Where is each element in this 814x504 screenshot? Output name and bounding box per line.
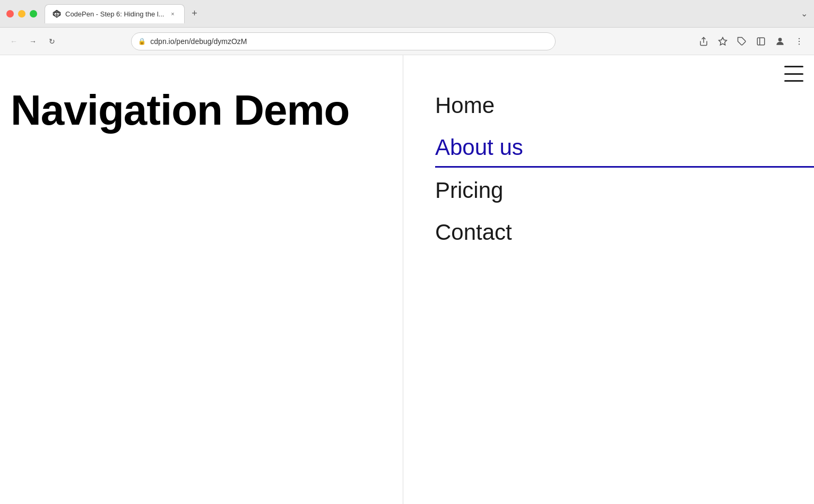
tab-title: CodePen - Step 6: Hiding the l... [65,10,164,18]
nav-item-about[interactable]: About us [435,129,814,168]
svg-point-13 [799,40,800,41]
nav-item-contact[interactable]: Contact [435,214,814,251]
page-heading: Navigation Demo [11,87,392,134]
address-text: cdpn.io/pen/debug/dymzOzM [150,37,549,46]
bookmark-button[interactable] [714,33,731,50]
tab-list-chevron[interactable]: ⌄ [801,8,808,19]
nav-item-home[interactable]: Home [435,87,814,125]
hamburger-button[interactable] [784,66,803,82]
reload-icon: ↻ [49,37,55,46]
svg-point-12 [799,38,800,39]
tab-bar-end: ⌄ [801,8,808,19]
share-button[interactable] [695,33,712,50]
forward-button[interactable]: → [25,34,40,49]
nav-menu: Home About us Pricing Contact [435,87,814,251]
sidebar-button[interactable] [752,33,769,50]
minimize-traffic-light[interactable] [18,10,25,18]
svg-marker-7 [718,37,726,45]
main-content: Navigation Demo [0,55,403,504]
lock-icon: 🔒 [138,38,146,45]
address-input-container[interactable]: 🔒 cdpn.io/pen/debug/dymzOzM [131,32,556,50]
menu-button[interactable] [791,33,808,50]
tab-close-button[interactable]: × [168,10,177,18]
profile-button[interactable] [772,33,789,50]
tab-bar: CodePen - Step 6: Hiding the l... × + ⌄ [45,4,808,23]
back-button[interactable]: ← [6,34,21,49]
codepen-icon [53,10,61,18]
page-content: Navigation Demo Home About us Pricing Co… [0,55,814,504]
hamburger-line-3 [784,80,803,82]
nav-panel: Home About us Pricing Contact [403,55,814,504]
title-bar: CodePen - Step 6: Hiding the l... × + ⌄ [0,0,814,28]
extensions-button[interactable] [733,33,750,50]
svg-rect-9 [757,38,765,45]
browser-window: CodePen - Step 6: Hiding the l... × + ⌄ … [0,0,814,504]
traffic-lights [6,10,37,18]
close-traffic-light[interactable] [6,10,14,18]
reload-button[interactable]: ↻ [45,34,59,49]
address-bar-actions [695,33,808,50]
forward-icon: → [29,37,37,46]
new-tab-button[interactable]: + [187,6,202,21]
address-bar: ← → ↻ 🔒 cdpn.io/pen/debug/dymzOzM [0,28,814,55]
maximize-traffic-light[interactable] [30,10,37,18]
hamburger-line-1 [784,66,803,67]
svg-point-14 [799,44,800,45]
nav-item-pricing[interactable]: Pricing [435,172,814,210]
back-icon: ← [10,37,18,46]
active-tab[interactable]: CodePen - Step 6: Hiding the l... × [45,4,185,23]
hamburger-line-2 [784,73,803,75]
svg-point-11 [778,38,782,41]
